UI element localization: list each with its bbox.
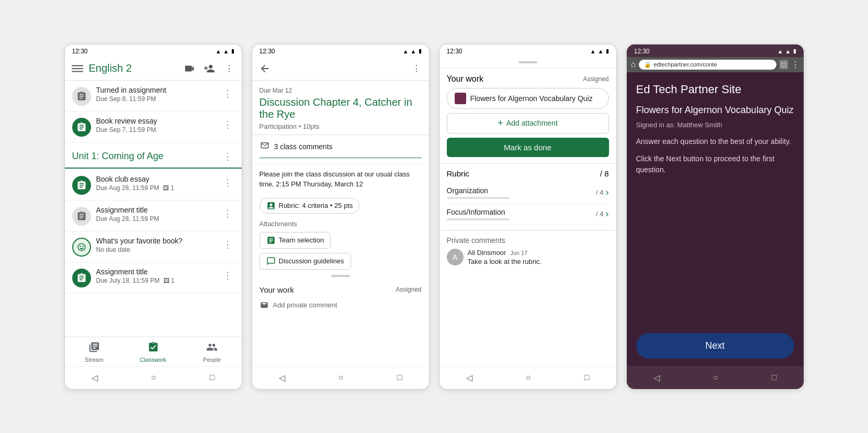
more-btn-2[interactable]: ⋮ xyxy=(221,117,234,132)
assignment-due-3: Due Aug 28, 11:59 PM 🖼 1 xyxy=(96,184,216,192)
comments-section: 3 class comments xyxy=(252,135,429,164)
phone1-app-title: English 2 xyxy=(89,62,182,74)
browser-more-icon[interactable]: ⋮ xyxy=(791,60,799,70)
attachment-discussion[interactable]: Discussion guidelines xyxy=(252,251,429,272)
rubric-bar-2 xyxy=(447,218,510,220)
attachment-discussion-label: Discussion guidelines xyxy=(279,257,344,265)
person-add-icon[interactable] xyxy=(202,61,217,76)
wifi-icon3: ▲ xyxy=(590,48,596,54)
classwork-icon xyxy=(148,341,159,356)
private-comments-title: Private comments xyxy=(447,236,609,245)
assignment-info-1: Turned in assignment Due Sep 8, 11:59 PM xyxy=(96,86,216,103)
more-vert-icon[interactable]: ⋮ xyxy=(222,61,236,76)
comment-author: Ali Dinsmoor xyxy=(468,249,506,257)
video-icon[interactable] xyxy=(182,61,197,76)
more-btn-3[interactable]: ⋮ xyxy=(221,175,234,191)
back-btn3[interactable]: ◁ xyxy=(458,371,481,385)
nav-stream[interactable]: Stream xyxy=(65,337,124,366)
assignment-due-4: Due Aug 28, 11:59 PM xyxy=(96,215,216,223)
vocab-quiz-label: Flowers for Algernon Vocabulary Quiz xyxy=(470,94,593,103)
assignment-due-5: No due date xyxy=(96,246,216,253)
more-vert-icon2[interactable]: ⋮ xyxy=(409,61,424,76)
assignment-title-2: Book review essay xyxy=(96,117,216,125)
quiz-title: Flowers for Algernon Vocabulary Quiz xyxy=(636,105,794,116)
assignment-title-4: Assignment title xyxy=(96,206,216,214)
vocab-quiz-btn[interactable]: Flowers for Algernon Vocabulary Quiz xyxy=(447,88,609,109)
comment-date: Jun 17 xyxy=(510,250,527,256)
menu-icon[interactable] xyxy=(70,61,85,76)
rubric-chip[interactable]: Rubric: 4 criteria • 25 pts xyxy=(252,195,429,217)
rubric-item-2: Focus/Information xyxy=(447,208,510,220)
assignment-item-6[interactable]: Assignment title Due July 18, 11:59 PM 🖼… xyxy=(65,262,242,293)
back-btn4[interactable]: ◁ xyxy=(645,371,668,385)
assignment-item-3[interactable]: Book club essay Due Aug 28, 11:59 PM 🖼 1… xyxy=(65,170,242,201)
recent-btn4[interactable]: □ xyxy=(763,371,785,384)
rubric-name-2: Focus/Information xyxy=(447,208,510,216)
svg-rect-2 xyxy=(72,71,83,72)
section-more-btn[interactable]: ⋮ xyxy=(221,149,234,164)
phone2: 12:30 ▲ ▲ ▮ ⋮ Due Mar 12 Discussion Chap… xyxy=(252,44,430,390)
battery-icon2: ▮ xyxy=(419,48,422,54)
home-btn[interactable]: ○ xyxy=(143,371,165,384)
phone2-nav-bar: ◁ ○ □ xyxy=(252,366,429,389)
attachment-team-selection[interactable]: Team selection xyxy=(252,230,429,251)
comments-count: 3 class comments xyxy=(274,142,333,151)
browser-url-bar[interactable]: 🔒 edtechpartner.com/conte xyxy=(639,60,776,70)
rubric-section: Rubric / 8 Organization / 4 › Focus/In xyxy=(439,163,616,230)
home-btn4[interactable]: ○ xyxy=(705,371,727,384)
nav-people[interactable]: People xyxy=(183,337,242,366)
next-btn-container: Next xyxy=(627,333,804,366)
assignment-info-5: What's your favorite book? No due date xyxy=(96,237,216,253)
back-btn[interactable]: ◁ xyxy=(83,371,106,385)
more-btn-5[interactable]: ⋮ xyxy=(221,237,234,252)
nav-classwork[interactable]: Classwork xyxy=(123,337,183,366)
phone3-assigned-badge: Assigned xyxy=(583,75,608,83)
quiz-instructions-2: Click the Next button to proceed to the … xyxy=(636,153,794,175)
commenter-avatar: A xyxy=(447,249,464,265)
mark-done-btn[interactable]: Mark as done xyxy=(447,138,609,157)
detail-header: Due Mar 12 Discussion Chapter 4, Catcher… xyxy=(252,81,429,135)
phone3-status-icons: ▲ ▲ ▮ xyxy=(590,48,609,54)
quiz-signed-in: Signed in as: Matthew Smith xyxy=(636,121,794,129)
phone3-status-bar: 12:30 ▲ ▲ ▮ xyxy=(439,45,616,57)
home-btn3[interactable]: ○ xyxy=(517,371,539,384)
home-btn2[interactable]: ○ xyxy=(330,371,352,384)
tabs-icon[interactable]: □ xyxy=(780,60,788,69)
your-work-bar: Your work Assigned xyxy=(252,280,429,296)
svg-rect-0 xyxy=(72,65,83,66)
rubric-score-1: / 4 › xyxy=(596,187,608,198)
assigned-badge: Assigned xyxy=(396,286,421,293)
next-button[interactable]: Next xyxy=(636,333,794,359)
more-btn-6[interactable]: ⋮ xyxy=(221,268,234,283)
comment-icon xyxy=(260,140,270,153)
rubric-row-2[interactable]: Focus/Information / 4 › xyxy=(447,204,609,225)
add-private-comment[interactable]: Add private comment xyxy=(252,296,429,314)
more-btn-1[interactable]: ⋮ xyxy=(221,86,234,102)
phone1-bottom-nav: Stream Classwork People xyxy=(65,337,242,366)
detail-sub: Participation • 10pts xyxy=(260,123,422,130)
battery-icon3: ▮ xyxy=(606,48,609,54)
work-title-lg: Your work xyxy=(447,74,484,84)
phone1-nav-bar: ◁ ○ □ xyxy=(65,366,242,389)
assignment-item-4[interactable]: Assignment title Due Aug 28, 11:59 PM ⋮ xyxy=(65,201,242,231)
assignment-item-5[interactable]: What's your favorite book? No due date ⋮ xyxy=(65,231,242,262)
back-arrow-icon[interactable] xyxy=(257,61,272,76)
rubric-row-1[interactable]: Organization / 4 › xyxy=(447,182,609,204)
assignment-item-1[interactable]: Turned in assignment Due Sep 8, 11:59 PM… xyxy=(65,81,242,112)
back-btn2[interactable]: ◁ xyxy=(270,371,294,385)
phone3-nav-bar: ◁ ○ □ xyxy=(439,366,616,389)
recent-btn[interactable]: □ xyxy=(201,371,223,384)
phone1-status-bar: 12:30 ▲ ▲ ▮ xyxy=(65,45,242,57)
recent-btn3[interactable]: □ xyxy=(576,371,598,384)
recent-btn2[interactable]: □ xyxy=(389,371,411,384)
plus-icon: + xyxy=(498,118,503,129)
phone4-content: Ed Tech Partner Site Flowers for Algerno… xyxy=(627,72,804,333)
phone4-status-icons: ▲ ▲ ▮ xyxy=(777,48,796,54)
browser-bar: ⌂ 🔒 edtechpartner.com/conte □ ⋮ xyxy=(627,57,804,72)
more-btn-4[interactable]: ⋮ xyxy=(221,206,234,221)
comment-row: A Ali Dinsmoor Jun 17 Take a look at the… xyxy=(447,249,609,265)
browser-home-icon[interactable]: ⌂ xyxy=(631,60,636,69)
add-attachment-btn[interactable]: + Add attachment xyxy=(447,113,609,134)
assignment-item-2[interactable]: Book review essay Due Sep 7, 11:59 PM ⋮ xyxy=(65,112,242,142)
assignment-due-6: Due July 18, 11:59 PM 🖼 1 xyxy=(96,277,216,284)
